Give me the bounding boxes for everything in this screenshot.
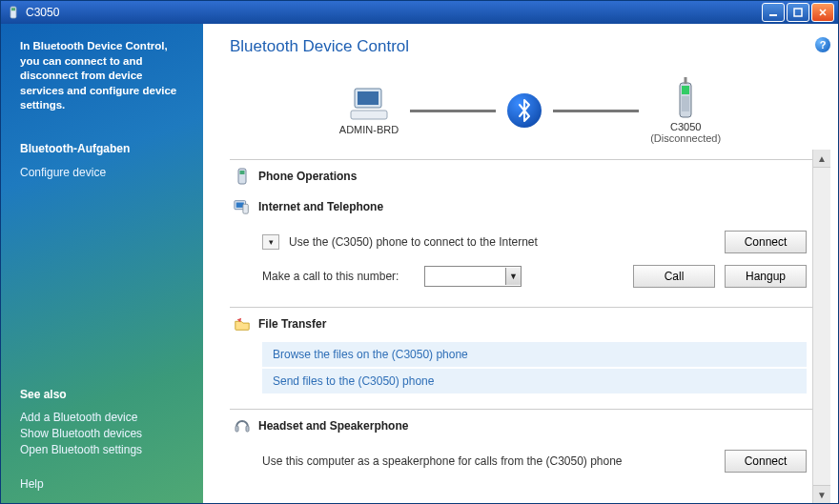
bluetooth-icon <box>507 93 542 128</box>
section-internet-telephone: Internet and Telephone <box>230 191 812 221</box>
svg-rect-8 <box>682 86 689 94</box>
window-title: C3050 <box>26 6 762 19</box>
svg-rect-16 <box>235 426 238 432</box>
phone-operations-icon <box>234 168 251 185</box>
file-transfer-icon <box>234 315 251 333</box>
headset-icon <box>234 417 251 434</box>
remote-device-node: C3050 (Disconnected) <box>650 77 721 144</box>
phone-number-combo[interactable]: ▼ <box>424 266 522 287</box>
sidebar-intro: In Bluetooth Device Control, you can con… <box>20 39 188 113</box>
svg-rect-1 <box>11 8 15 10</box>
phone-number-input[interactable] <box>425 268 505 285</box>
file-transfer-title: File Transfer <box>258 317 326 331</box>
make-call-label: Make a call to this number: <box>262 270 415 283</box>
window-controls <box>762 3 834 22</box>
see-also-heading: See also <box>20 388 188 401</box>
show-bluetooth-devices-link[interactable]: Show Bluetooth devices <box>20 427 188 440</box>
internet-telephone-title: Internet and Telephone <box>258 200 383 213</box>
configure-device-link[interactable]: Configure device <box>20 166 188 179</box>
svg-rect-3 <box>794 9 802 16</box>
svg-rect-15 <box>243 204 248 213</box>
titlebar: C3050 <box>1 1 838 24</box>
add-bluetooth-device-link[interactable]: Add a Bluetooth device <box>20 411 188 424</box>
scroll-up-arrow[interactable]: ▲ <box>813 150 830 168</box>
connection-line-left <box>410 110 496 112</box>
svg-rect-2 <box>769 14 777 16</box>
phone-app-icon <box>7 6 20 19</box>
send-files-link[interactable]: Send files to the (C3050) phone <box>262 369 807 393</box>
help-link[interactable]: Help <box>20 477 188 491</box>
help-icon[interactable]: ? <box>815 37 830 52</box>
computer-icon <box>347 86 391 124</box>
remote-device-status: (Disconnected) <box>650 132 721 144</box>
section-file-transfer: File Transfer <box>230 307 812 338</box>
internet-telephone-icon <box>234 198 251 215</box>
connection-diagram: ADMIN-BRD C3050 (Disco <box>230 77 830 144</box>
hangup-button[interactable]: Hangup <box>725 265 807 288</box>
maximize-button[interactable] <box>787 3 809 22</box>
phone-number-dropdown-arrow[interactable]: ▼ <box>505 268 521 285</box>
minimize-button[interactable] <box>762 3 785 22</box>
tasks-heading: Bluetooth-Aufgaben <box>20 142 188 155</box>
local-computer-node: ADMIN-BRD <box>339 86 399 135</box>
main-content: Bluetooth Device Control ? ADMIN-BRD <box>203 24 838 503</box>
scrollbar[interactable]: ▲ ▼ <box>812 150 830 503</box>
svg-rect-6 <box>351 111 387 119</box>
app-window: C3050 In Bluetooth Device Control, you c… <box>0 0 839 504</box>
section-phone-operations: Phone Operations <box>230 159 812 191</box>
connect-headset-button[interactable]: Connect <box>725 450 807 473</box>
connect-internet-button[interactable]: Connect <box>725 231 807 253</box>
use-phone-internet-text: Use the (C3050) phone to connect to the … <box>289 235 538 249</box>
svg-rect-9 <box>682 96 689 111</box>
page-title: Bluetooth Device Control <box>230 37 409 56</box>
expand-internet-toggle[interactable]: ▾ <box>262 234 279 250</box>
scroll-down-arrow[interactable]: ▼ <box>813 485 830 503</box>
phone-icon <box>672 77 699 121</box>
call-button[interactable]: Call <box>633 265 715 288</box>
local-computer-label: ADMIN-BRD <box>339 124 399 135</box>
connection-line-right <box>553 110 639 112</box>
svg-rect-5 <box>358 91 379 105</box>
open-bluetooth-settings-link[interactable]: Open Bluetooth settings <box>20 443 188 456</box>
browse-files-link[interactable]: Browse the files on the (C3050) phone <box>262 342 807 367</box>
svg-rect-10 <box>685 77 687 84</box>
phone-operations-title: Phone Operations <box>258 170 357 183</box>
sidebar: In Bluetooth Device Control, you can con… <box>1 24 203 503</box>
close-button[interactable] <box>811 3 834 22</box>
svg-rect-12 <box>240 171 245 174</box>
headset-title: Headset and Speakerphone <box>258 419 408 433</box>
svg-rect-17 <box>246 426 249 432</box>
remote-device-label: C3050 <box>670 121 701 132</box>
section-headset: Headset and Speakerphone <box>230 409 812 440</box>
headset-description: Use this computer as a speakerphone for … <box>262 454 623 468</box>
